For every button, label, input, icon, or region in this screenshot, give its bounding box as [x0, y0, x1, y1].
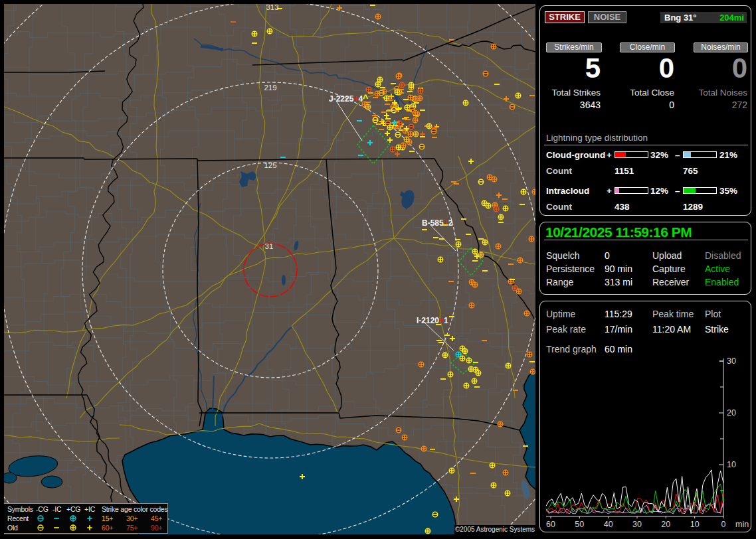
svg-text:90+: 90+ — [151, 524, 162, 532]
svg-text:60: 60 — [546, 520, 555, 529]
svg-text:30: 30 — [727, 356, 736, 366]
svg-text:Recent: Recent — [7, 514, 29, 522]
svg-text:0: 0 — [721, 520, 726, 529]
svg-text:45+: 45+ — [151, 514, 162, 522]
svg-text:30+: 30+ — [126, 514, 138, 522]
svg-text:Strike age color codes: Strike age color codes — [102, 505, 168, 513]
svg-text:Symbols: Symbols — [7, 505, 33, 513]
svg-text:75+: 75+ — [126, 524, 138, 532]
svg-text:31: 31 — [265, 242, 274, 250]
svg-text:min: min — [735, 520, 749, 529]
svg-text:-CG: -CG — [36, 505, 48, 513]
svg-text:B-585+2: B-585+2 — [422, 218, 453, 228]
svg-text:125: 125 — [264, 161, 276, 169]
svg-text:I-2120+1: I-2120+1 — [417, 316, 448, 325]
svg-text:60+: 60+ — [102, 524, 113, 532]
svg-text:-IC: -IC — [52, 505, 62, 513]
svg-text:20: 20 — [661, 520, 670, 529]
svg-text:10: 10 — [727, 460, 736, 469]
svg-text:J-2225+4^: J-2225+4^ — [329, 93, 368, 104]
svg-text:50: 50 — [575, 520, 584, 529]
svg-text:10: 10 — [690, 520, 700, 529]
svg-text:40: 40 — [604, 520, 613, 529]
svg-text:15+: 15+ — [102, 514, 113, 522]
svg-text:20: 20 — [727, 408, 736, 418]
svg-text:219: 219 — [264, 84, 276, 92]
svg-text:30: 30 — [632, 520, 642, 529]
svg-text:+CG: +CG — [66, 505, 80, 513]
svg-text:313: 313 — [266, 4, 278, 11]
svg-text:+IC: +IC — [84, 505, 96, 513]
svg-text:Old: Old — [7, 524, 18, 532]
